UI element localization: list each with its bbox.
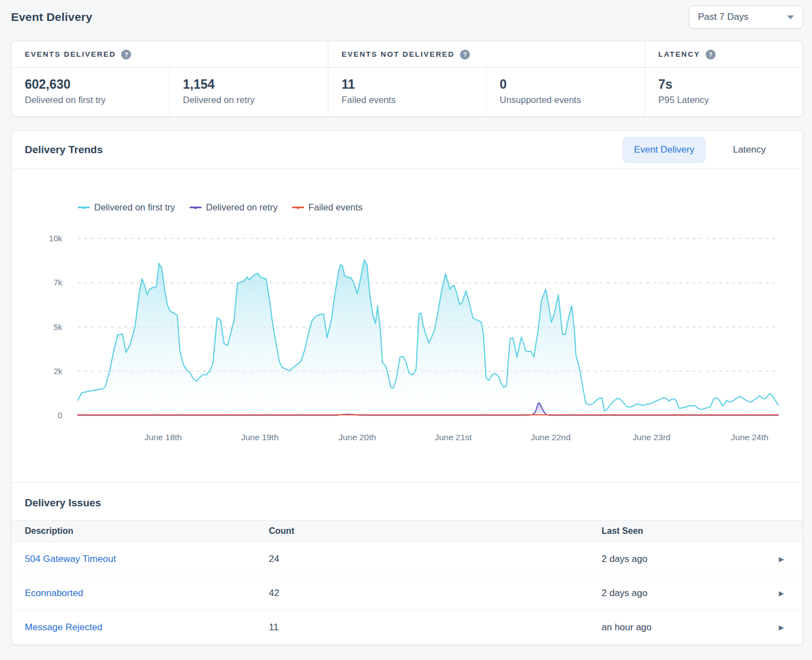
stat-value: 0 xyxy=(500,77,631,92)
stat-value: 7s xyxy=(658,77,789,92)
stat-label: Unsupported events xyxy=(500,95,631,105)
stat-group-header: EVENTS NOT DELIVERED ? xyxy=(328,41,645,68)
chart-legend: Delivered on first tryDelivered on retry… xyxy=(78,202,362,213)
delivery-trends-header: Delivery Trends Event Delivery Latency xyxy=(12,131,803,169)
stat-value: 1,154 xyxy=(183,77,315,92)
page-header: Event Delivery Past 7 Days xyxy=(0,0,812,34)
issue-last-seen: an hour ago xyxy=(588,622,772,633)
x-axis-tick-label: June 24th xyxy=(731,432,768,442)
x-axis-tick-label: June 23rd xyxy=(632,432,670,442)
legend-item: Failed events xyxy=(292,202,362,213)
stat-cell: 7s P95 Latency xyxy=(645,68,803,116)
event-delivery-page: Event Delivery Past 7 Days EVENTS DELIVE… xyxy=(0,0,812,660)
x-axis-tick-label: June 22nd xyxy=(530,432,570,442)
tab-latency[interactable]: Latency xyxy=(721,137,777,163)
x-axis-tick-label: June 21st xyxy=(435,432,472,442)
y-axis-tick-label: 2k xyxy=(21,366,62,377)
stat-label: Delivered on first try xyxy=(25,95,156,105)
delivery-issues-section: Delivery Issues Description Count Last S… xyxy=(12,483,803,645)
x-axis-tick-label: June 18th xyxy=(144,432,182,442)
y-axis-tick-label: 7k xyxy=(21,277,62,288)
stat-group-latency: LATENCY ? 7s P95 Latency xyxy=(645,41,803,116)
date-range-select[interactable]: Past 7 Days xyxy=(689,6,803,29)
legend-label: Failed events xyxy=(308,202,362,213)
y-axis-tick-label: 10k xyxy=(21,233,62,244)
y-axis-tick-label: 5k xyxy=(21,322,62,333)
stat-cell: 0 Unsupported events xyxy=(486,68,645,116)
legend-marker-icon xyxy=(190,204,202,210)
stat-group-label: EVENTS NOT DELIVERED xyxy=(342,50,454,58)
issue-link[interactable]: 504 Gateway Timeout xyxy=(25,554,116,564)
column-header-last-seen: Last Seen xyxy=(588,526,772,536)
stat-group-events-not-delivered: EVENTS NOT DELIVERED ? 11 Failed events … xyxy=(328,41,645,116)
stat-label: Failed events xyxy=(342,95,473,105)
stat-value: 11 xyxy=(342,77,473,92)
stat-group-label: EVENTS DELIVERED xyxy=(25,50,116,58)
table-row[interactable]: Econnaborted 42 2 days ago ▶ xyxy=(12,576,803,610)
stat-value: 602,630 xyxy=(25,77,156,92)
chevron-down-icon xyxy=(787,15,794,19)
stat-group-header: LATENCY ? xyxy=(645,41,803,68)
delivery-trends-title: Delivery Trends xyxy=(25,144,103,156)
date-range-value: Past 7 Days xyxy=(698,12,749,23)
legend-item: Delivered on first try xyxy=(78,202,175,213)
stat-label: P95 Latency xyxy=(658,95,789,105)
help-icon[interactable]: ? xyxy=(460,50,470,59)
table-row[interactable]: 504 Gateway Timeout 24 2 days ago ▶ xyxy=(12,542,803,576)
chevron-right-icon[interactable]: ▶ xyxy=(772,624,803,631)
issue-count: 11 xyxy=(256,622,588,633)
issue-link[interactable]: Econnaborted xyxy=(25,588,83,598)
stat-cell: 1,154 Delivered on retry xyxy=(170,68,328,116)
stat-group-header: EVENTS DELIVERED ? xyxy=(12,41,328,68)
table-row[interactable]: Message Rejected 11 an hour ago ▶ xyxy=(12,610,803,645)
issue-count: 24 xyxy=(256,554,588,565)
delivery-trends-chart-area: Delivered on first tryDelivered on retry… xyxy=(12,169,803,483)
issue-last-seen: 2 days ago xyxy=(588,554,772,565)
column-header-count: Count xyxy=(256,526,588,536)
issue-last-seen: 2 days ago xyxy=(588,588,772,599)
legend-marker-icon xyxy=(292,204,304,210)
legend-label: Delivered on first try xyxy=(94,202,175,213)
delivery-issues-table: Description Count Last Seen 504 Gateway … xyxy=(12,520,803,645)
stat-label: Delivered on retry xyxy=(183,95,315,105)
x-axis-tick-label: June 19th xyxy=(241,432,279,442)
issue-count: 42 xyxy=(256,588,588,599)
legend-label: Delivered on retry xyxy=(206,202,278,213)
chevron-right-icon[interactable]: ▶ xyxy=(772,555,803,563)
help-icon[interactable]: ? xyxy=(706,50,716,59)
trends-tab-group: Event Delivery Latency xyxy=(622,137,777,163)
page-title: Event Delivery xyxy=(11,10,93,24)
delivery-trends-chart xyxy=(78,239,778,415)
tab-event-delivery[interactable]: Event Delivery xyxy=(622,137,706,163)
table-header-row: Description Count Last Seen xyxy=(12,520,803,542)
help-icon[interactable]: ? xyxy=(121,50,131,59)
stat-cell: 602,630 Delivered on first try xyxy=(12,68,170,116)
stat-group-label: LATENCY xyxy=(658,50,700,58)
stat-cell: 11 Failed events xyxy=(328,68,486,116)
legend-marker-icon xyxy=(78,204,90,210)
y-axis-tick-label: 0 xyxy=(21,410,62,421)
stats-summary-card: EVENTS DELIVERED ? 602,630 Delivered on … xyxy=(11,41,803,117)
delivery-issues-title: Delivery Issues xyxy=(12,483,803,520)
issue-link[interactable]: Message Rejected xyxy=(25,622,102,632)
legend-item: Delivered on retry xyxy=(190,202,278,213)
stat-group-events-delivered: EVENTS DELIVERED ? 602,630 Delivered on … xyxy=(12,41,328,116)
x-axis-tick-label: June 20th xyxy=(338,432,376,442)
column-header-description: Description xyxy=(12,526,256,536)
chevron-right-icon[interactable]: ▶ xyxy=(772,589,803,597)
delivery-trends-card: Delivery Trends Event Delivery Latency D… xyxy=(11,131,803,645)
